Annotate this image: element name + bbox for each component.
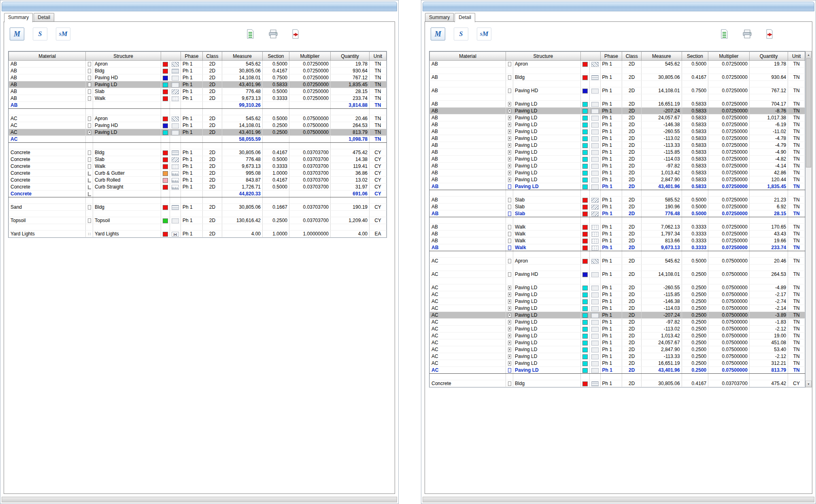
table-row[interactable]: ACApronPh 12D545.620.50000.0750000020.46… (9, 115, 387, 122)
table-row[interactable]: ConcreteBldgPh 12D30,805.060.41670.03703… (9, 149, 387, 156)
table-row[interactable]: ABWalkPh 12D7,062.130.33330.07250000170.… (430, 224, 805, 231)
structure-mode-button[interactable]: S (33, 28, 47, 40)
window-titlebar[interactable] (2, 2, 397, 11)
table-row[interactable]: ACPaving LDPh 12D43,401.960.25000.075000… (430, 367, 805, 374)
table-row[interactable]: ConcreteWalkPh 12D9,673.130.33330.037037… (9, 163, 387, 170)
table-row[interactable]: ABBldgPh 12D30,805.060.41670.07250000930… (430, 74, 805, 81)
column-header[interactable] (161, 52, 181, 61)
structure-material-mode-button[interactable]: SM (56, 28, 70, 40)
table-row[interactable]: ACPaving LDPh 12D-146.380.25000.07500000… (430, 298, 805, 305)
table-row[interactable]: AB99,310.263,814.88TN (9, 102, 387, 109)
table-row[interactable]: ACPaving LDPh 12D-113.020.25000.07500000… (430, 326, 805, 332)
table-row[interactable]: ACApronPh 12D545.620.50000.0750000020.46… (430, 258, 805, 265)
column-header[interactable]: Structure (86, 52, 161, 61)
table-row[interactable]: ConcreteBldgPh 12D30,805.060.41670.03703… (430, 380, 805, 387)
tab-detail[interactable]: Detail (455, 13, 475, 22)
table-row[interactable]: ABPaving LDPh 12D-97.820.58330.07250000-… (430, 163, 805, 169)
table-row[interactable]: ACPaving LDPh 12D-114.030.25000.07500000… (430, 305, 805, 312)
table-row[interactable]: ABPaving LDPh 12D-113.020.58330.07250000… (430, 135, 805, 142)
table-row[interactable]: ACPaving HDPh 12D14,108.010.25000.075000… (430, 271, 805, 278)
table-row[interactable]: ABPaving LDPh 12D-260.550.58330.07250000… (430, 128, 805, 135)
table-row[interactable]: ACPaving LDPh 12D2,847.900.25000.0750000… (430, 346, 805, 353)
table-row[interactable]: ABPaving LDPh 12D-115.850.58330.07250000… (430, 149, 805, 156)
table-row[interactable]: ABWalkPh 12D9,673.130.33330.07250000233.… (430, 244, 805, 251)
measure-mode-button[interactable]: M (431, 28, 445, 40)
table-row[interactable]: ACPaving LDPh 12D-207.240.25000.07500000… (430, 312, 805, 319)
column-header[interactable]: Phase (181, 52, 203, 61)
table-row[interactable]: ABPaving LDPh 12D43,401.960.58330.072500… (9, 81, 387, 88)
table-row[interactable]: ABSlabPh 12D776.480.50000.0725000028.15T… (9, 88, 387, 95)
table-row[interactable]: ACPaving LDPh 12D16,651.190.25000.075000… (430, 360, 805, 367)
table-row[interactable]: SandBldgPh 12D30,805.060.16670.037037001… (9, 204, 387, 211)
table-row[interactable]: Yard Lights∷Yard Lights⋈Ph 12D4.001.0000… (9, 231, 387, 237)
table-row[interactable]: ABSlabPh 12D776.480.50000.0725000028.15T… (430, 210, 805, 217)
table-row[interactable]: ConcreteCurb & GutterPh 12D995.081.00000… (9, 170, 387, 177)
table-row[interactable]: ABWalkPh 12D813.660.33330.0725000019.66T… (430, 237, 805, 244)
excel-export-button[interactable] (244, 28, 256, 40)
column-header[interactable]: Material (9, 52, 86, 61)
table-row[interactable]: Concrete44,820.33691.06CY (9, 191, 387, 197)
table-row[interactable]: ABApronPh 12D545.620.50000.0725000019.78… (430, 61, 805, 68)
scroll-down-icon[interactable]: ▼ (805, 381, 812, 387)
table-row[interactable]: ACPaving HDPh 12D14,108.010.25000.075000… (9, 122, 387, 129)
column-header[interactable]: Unit (788, 52, 805, 61)
table-row[interactable]: ConcreteCurb RolledPh 12D843.870.41670.0… (9, 177, 387, 184)
column-header[interactable]: Multiplier (708, 52, 750, 61)
column-header[interactable]: Quantity (331, 52, 370, 61)
table-row[interactable]: ACPaving LDPh 12D-115.850.25000.07500000… (430, 291, 805, 298)
table-row[interactable]: ABPaving LDPh 12D-114.030.58330.07250000… (430, 156, 805, 163)
column-header[interactable]: Section (263, 52, 289, 61)
window-titlebar[interactable] (423, 2, 814, 11)
table-row[interactable]: ABPaving LDPh 12D-146.380.58330.07250000… (430, 121, 805, 128)
scrollbar-track[interactable] (805, 168, 812, 381)
scrollbar-thumb[interactable] (806, 58, 811, 167)
table-row[interactable]: ABSlabPh 12D190.960.50000.072500006.92TN (430, 203, 805, 210)
tab-summary[interactable]: Summary (425, 13, 454, 21)
table-row[interactable]: ABPaving LDPh 12D2,847.900.58330.0725000… (430, 176, 805, 183)
column-header[interactable]: Phase (600, 52, 622, 61)
table-row[interactable]: ABPaving LDPh 12D1,013.420.58330.0725000… (430, 169, 805, 176)
table-row[interactable]: ABPaving HDPh 12D14,108.010.75000.072500… (9, 74, 387, 81)
table-row[interactable]: ABApronPh 12D545.620.50000.0725000019.78… (9, 61, 387, 68)
table-row[interactable]: ACPaving LDPh 12D-97.820.25000.07500000-… (430, 319, 805, 326)
column-header[interactable]: Measure (642, 52, 682, 61)
tab-detail[interactable]: Detail (34, 13, 54, 21)
table-row[interactable]: TopsoilTopsoilPh 12D130,616.420.25000.03… (9, 217, 387, 224)
table-row[interactable]: ABPaving LDPh 12D16,651.190.58330.072500… (430, 101, 805, 108)
table-row[interactable]: ABPaving LDPh 12D-207.240.58330.07250000… (430, 108, 805, 114)
tab-summary[interactable]: Summary (4, 13, 33, 22)
horizontal-scrollbar[interactable] (2, 497, 397, 502)
table-row[interactable]: ABPaving LDPh 12D-113.330.58330.07250000… (430, 142, 805, 149)
measure-mode-button[interactable]: M (10, 28, 24, 40)
column-header[interactable]: Class (622, 52, 642, 61)
excel-export-button[interactable] (718, 28, 730, 40)
table-row[interactable]: ACPaving LDPh 12D1,013.420.25000.0750000… (430, 332, 805, 339)
print-button[interactable] (741, 28, 753, 40)
table-row[interactable]: ABPaving HDPh 12D14,108.010.75000.072500… (430, 87, 805, 94)
table-row[interactable]: ConcreteCurb StraightPh 12D1,726.710.500… (9, 184, 387, 191)
column-header[interactable]: Class (203, 52, 222, 61)
structure-mode-button[interactable]: S (454, 28, 468, 40)
scroll-up-icon[interactable]: ▲ (805, 51, 812, 58)
column-header[interactable]: Unit (370, 52, 387, 61)
table-row[interactable]: ACPaving LDPh 12D24,057.670.25000.075000… (430, 339, 805, 346)
table-row[interactable]: ACPaving LDPh 12D43,401.960.25000.075000… (9, 129, 387, 136)
column-header[interactable]: Quantity (749, 52, 788, 61)
horizontal-scrollbar[interactable] (423, 497, 814, 502)
column-header[interactable] (580, 52, 600, 61)
table-row[interactable]: ConcreteSlabPh 12D776.480.50000.03703700… (9, 156, 387, 163)
table-row[interactable]: ACPaving LDPh 12D-113.330.25000.07500000… (430, 353, 805, 360)
table-row[interactable]: ACPaving LDPh 12D-260.550.25000.07500000… (430, 284, 805, 291)
table-row[interactable]: AC58,055.591,098.78TN (9, 136, 387, 143)
column-header[interactable]: Multiplier (289, 52, 331, 61)
column-header[interactable]: Material (430, 52, 506, 61)
report-export-button[interactable] (764, 28, 776, 40)
structure-material-mode-button[interactable]: SM (477, 28, 491, 40)
print-button[interactable] (267, 28, 279, 40)
table-row[interactable]: ABPaving LDPh 12D43,401.960.58330.072500… (430, 183, 805, 190)
table-row[interactable]: ABSlabPh 12D585.520.50000.0725000021.23T… (430, 197, 805, 203)
table-row[interactable]: ABWalkPh 12D9,673.130.33330.07250000233.… (9, 95, 387, 102)
column-header[interactable]: Measure (222, 52, 263, 61)
column-header[interactable]: Structure (506, 52, 581, 61)
column-header[interactable]: Section (682, 52, 708, 61)
